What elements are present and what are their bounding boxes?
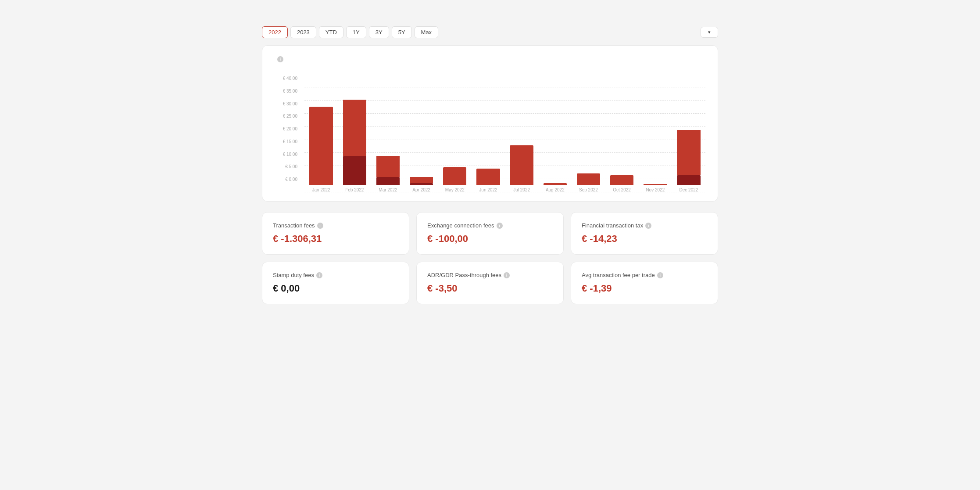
- bar-light-5: [476, 169, 500, 185]
- stat-card-financial-tax: Financial transaction tax i € -14,23: [571, 212, 718, 255]
- bar-label-10: Nov 2022: [646, 187, 665, 192]
- bar-group-3: Apr 2022: [405, 87, 438, 192]
- filter-button[interactable]: [701, 27, 718, 38]
- stat-info-icon-adr[interactable]: i: [504, 272, 510, 278]
- stat-info-icon-exchange[interactable]: i: [497, 223, 503, 229]
- period-btn-ytd[interactable]: YTD: [319, 26, 343, 38]
- bar-label-3: Apr 2022: [412, 187, 430, 192]
- stat-value-financial-tax: € -14,23: [582, 233, 707, 245]
- period-btn-max[interactable]: Max: [415, 26, 439, 38]
- chart-header: i: [275, 56, 705, 62]
- bar-dark-1: [343, 156, 366, 185]
- bar-label-0: Jan 2022: [312, 187, 330, 192]
- bar-group-4: May 2022: [438, 87, 472, 192]
- period-btn-5y[interactable]: 5Y: [392, 26, 412, 38]
- period-buttons: 2022 2023 YTD 1Y 3Y 5Y Max: [262, 26, 438, 38]
- bar-label-1: Feb 2022: [345, 187, 364, 192]
- y-label-20: € 20,00: [275, 127, 297, 131]
- bar-group-1: Feb 2022: [338, 87, 371, 192]
- chart-title: i: [275, 56, 283, 62]
- stats-grid-top: Transaction fees i € -1.306,31 Exchange …: [262, 212, 718, 255]
- stat-card-exchange-fees: Exchange connection fees i € -100,00: [416, 212, 564, 255]
- bar-light-9: [610, 175, 633, 185]
- y-label-0: € 0,00: [275, 177, 297, 182]
- stats-grid-bottom: Stamp duty fees i € 0,00 ADR/GDR Pass-th…: [262, 262, 718, 304]
- bar-group-11: Dec 2022: [672, 87, 705, 192]
- stat-label-exchange-fees: Exchange connection fees i: [427, 222, 553, 229]
- stat-value-exchange-fees: € -100,00: [427, 233, 553, 245]
- stat-card-avg-trade: Avg transaction fee per trade i € -1,39: [571, 262, 718, 304]
- period-btn-3y[interactable]: 3Y: [369, 26, 389, 38]
- bar-light-4: [443, 167, 466, 185]
- bar-label-9: Oct 2022: [613, 187, 631, 192]
- fees-chart-card: i € 0,00 € 5,00 € 10,00 € 15,00 € 20,00 …: [262, 45, 718, 202]
- stat-value-adr-fees: € -3,50: [427, 283, 553, 294]
- bar-light-2: [376, 156, 400, 177]
- stat-label-avg-trade: Avg transaction fee per trade i: [582, 272, 707, 278]
- bar-label-8: Sep 2022: [579, 187, 598, 192]
- stat-info-icon-financial[interactable]: i: [645, 223, 651, 229]
- stat-info-icon-transaction[interactable]: i: [317, 223, 323, 229]
- stat-card-transaction-fees: Transaction fees i € -1.306,31: [262, 212, 409, 255]
- bar-dark-3: [410, 183, 433, 185]
- bar-group-7: Aug 2022: [538, 87, 572, 192]
- bar-dark-11: [677, 175, 700, 185]
- bar-label-5: Jun 2022: [479, 187, 497, 192]
- bar-group-5: Jun 2022: [472, 87, 505, 192]
- stat-value-transaction-fees: € -1.306,31: [273, 233, 398, 245]
- period-filter: 2022 2023 YTD 1Y 3Y 5Y Max: [262, 26, 718, 38]
- stat-label-financial-tax: Financial transaction tax i: [582, 222, 707, 229]
- bar-light-7: [544, 183, 567, 185]
- stat-label-transaction-fees: Transaction fees i: [273, 222, 398, 229]
- bar-light-1: [343, 100, 366, 156]
- bar-label-2: Mar 2022: [379, 187, 397, 192]
- y-label-10: € 10,00: [275, 152, 297, 157]
- stat-card-adr-fees: ADR/GDR Pass-through fees i € -3,50: [416, 262, 564, 304]
- y-label-15: € 15,00: [275, 140, 297, 144]
- chart-area: € 0,00 € 5,00 € 10,00 € 15,00 € 20,00 € …: [275, 69, 705, 192]
- stat-info-icon-stamp[interactable]: i: [316, 272, 322, 278]
- bar-group-2: Mar 2022: [371, 87, 404, 192]
- bar-light-8: [577, 173, 600, 185]
- bar-dark-2: [376, 177, 400, 185]
- bar-label-6: Jul 2022: [513, 187, 530, 192]
- y-label-35: € 35,00: [275, 89, 297, 94]
- bar-label-4: May 2022: [445, 187, 465, 192]
- period-btn-1y[interactable]: 1Y: [346, 26, 366, 38]
- bar-label-11: Dec 2022: [680, 187, 698, 192]
- stat-label-stamp-duty: Stamp duty fees i: [273, 272, 398, 278]
- y-label-40: € 40,00: [275, 76, 297, 81]
- y-axis: € 0,00 € 5,00 € 10,00 € 15,00 € 20,00 € …: [275, 76, 301, 182]
- period-btn-2022[interactable]: 2022: [262, 26, 288, 38]
- bar-group-9: Oct 2022: [605, 87, 639, 192]
- stat-value-avg-trade: € -1,39: [582, 283, 707, 294]
- stat-value-stamp-duty: € 0,00: [273, 283, 398, 294]
- bar-light-0: [309, 107, 333, 185]
- bar-group-0: Jan 2022: [304, 87, 338, 192]
- stat-label-adr-fees: ADR/GDR Pass-through fees i: [427, 272, 553, 278]
- bars-container: Jan 2022Feb 2022Mar 2022Apr 2022May 2022…: [304, 87, 705, 192]
- y-label-25: € 25,00: [275, 114, 297, 119]
- bar-group-10: Nov 2022: [639, 87, 672, 192]
- y-label-30: € 30,00: [275, 102, 297, 106]
- stat-info-icon-avg[interactable]: i: [657, 272, 663, 278]
- y-label-5: € 5,00: [275, 165, 297, 169]
- stat-card-stamp-duty: Stamp duty fees i € 0,00: [262, 262, 409, 304]
- bar-group-6: Jul 2022: [505, 87, 538, 192]
- bar-label-7: Aug 2022: [546, 187, 565, 192]
- bar-light-6: [510, 145, 533, 185]
- bar-light-11: [677, 130, 700, 175]
- period-btn-2023[interactable]: 2023: [290, 26, 316, 38]
- chart-info-icon[interactable]: i: [277, 56, 283, 62]
- bar-light-3: [410, 177, 433, 183]
- bar-group-8: Sep 2022: [572, 87, 605, 192]
